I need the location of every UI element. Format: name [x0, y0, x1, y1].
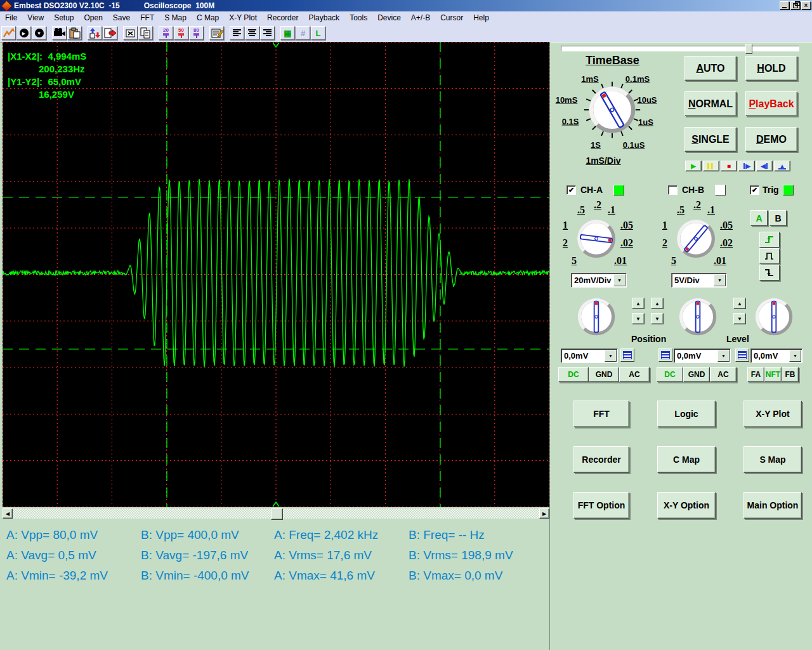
chb-ac-button[interactable]: AC [710, 367, 737, 382]
cha-gain-knob[interactable] [572, 215, 620, 263]
level-value-select[interactable]: 0,0mV ▼ [750, 348, 802, 363]
menu-tools[interactable]: Tools [344, 12, 372, 23]
trig-level-knob[interactable] [750, 293, 797, 340]
delete-button[interactable] [123, 26, 138, 40]
hold-button[interactable]: HOLD [745, 56, 797, 81]
probe-20-button[interactable]: 20 [159, 26, 173, 40]
play-button[interactable]: ▶ [685, 161, 702, 171]
c-map-button[interactable]: C Map [657, 446, 716, 473]
logic-button[interactable]: Logic [657, 401, 716, 427]
chevron-down-icon[interactable]: ▼ [605, 350, 617, 362]
menu-recorder[interactable]: Recorder [262, 12, 303, 23]
xy-plot-button[interactable]: X-Y Plot [743, 401, 802, 427]
menu-setup[interactable]: Setup [49, 12, 79, 23]
normal-button[interactable]: NORMAL [684, 91, 737, 116]
pos-b-list-button[interactable] [658, 348, 672, 362]
chb-position-knob[interactable] [674, 293, 721, 340]
align-left-button[interactable] [230, 26, 244, 40]
chb-gnd-button[interactable]: GND [683, 367, 710, 382]
l-marker-button[interactable]: L [311, 26, 325, 40]
menu-view[interactable]: View [22, 12, 49, 23]
align-right-button[interactable] [260, 26, 275, 40]
play-circle-button[interactable]: ▶ [16, 26, 31, 40]
close-button[interactable]: × [801, 1, 811, 10]
copy-button[interactable] [138, 26, 153, 40]
cha-ac-button[interactable]: AC [619, 367, 650, 382]
scope-display[interactable]: |X1-X2|: 4,994mS 200,233Hz |Y1-Y2|: 65,0… [3, 42, 549, 507]
trig-fb-button[interactable]: FB [782, 367, 799, 382]
recorder-button[interactable]: Recorder [573, 446, 629, 473]
auto-button[interactable]: AUTO [684, 56, 737, 81]
trig-fa-button[interactable]: FA [747, 367, 764, 382]
trig-source-a-button[interactable]: A [750, 210, 768, 226]
restore-button[interactable] [790, 1, 800, 10]
menu-playback[interactable]: Playback [303, 12, 344, 23]
chevron-down-icon[interactable]: ▼ [789, 350, 801, 362]
playback-button[interactable]: PlayBack [745, 91, 797, 116]
step-back-button[interactable]: ◀ [756, 161, 773, 171]
pos-b-down-button[interactable]: ▼ [651, 313, 664, 324]
fft-button[interactable]: FFT [573, 401, 629, 427]
pos-b-up-button[interactable]: ▲ [651, 298, 664, 309]
probe-80-button[interactable]: 80 [189, 26, 204, 40]
s-map-button[interactable]: S Map [743, 446, 802, 473]
step-forward-button[interactable]: ▶ [738, 161, 755, 171]
menu-fft[interactable]: FFT [135, 12, 159, 23]
trig-checkbox[interactable]: ✔ [750, 185, 759, 195]
trig-source-b-button[interactable]: B [769, 210, 787, 226]
pos-a-up-button[interactable]: ▲ [632, 298, 645, 309]
demo-button[interactable]: DEMO [745, 127, 797, 152]
chb-gain-knob[interactable] [672, 215, 720, 263]
main-option-button[interactable]: Main Option [743, 492, 802, 519]
menu-s-map[interactable]: S Map [159, 12, 192, 23]
grid-green-button[interactable]: ▦ [280, 26, 295, 40]
menu-file[interactable]: File [0, 12, 22, 23]
menu-open[interactable]: Open [79, 12, 108, 23]
camera-button[interactable] [52, 26, 67, 40]
cha-dc-button[interactable]: DC [558, 367, 589, 382]
minimize-button[interactable] [780, 1, 789, 10]
waveform-button[interactable] [1, 26, 16, 40]
menu-cursor[interactable]: Cursor [435, 12, 468, 23]
chevron-down-icon[interactable]: ▼ [717, 350, 730, 362]
scope-scrollbar[interactable]: ◀ ▶ [3, 508, 549, 519]
chb-dc-button[interactable]: DC [657, 367, 683, 382]
scrollbar-right-button[interactable]: ▶ [539, 508, 549, 519]
xy-option-button[interactable]: X-Y Option [657, 492, 716, 519]
eject-button[interactable]: ▲ [774, 161, 790, 171]
trig-rising-edge-button[interactable] [759, 232, 780, 248]
pos-b-value-select[interactable]: 0,0mV ▼ [674, 348, 731, 363]
chevron-down-icon[interactable]: ▼ [714, 274, 726, 286]
panel-slider-thumb[interactable] [745, 44, 752, 54]
menu-c-map[interactable]: C Map [192, 12, 224, 23]
pause-button[interactable]: ▌▌ [703, 161, 719, 171]
stop-button[interactable]: ■ [721, 161, 737, 171]
scrollbar-left-button[interactable]: ◀ [3, 508, 13, 519]
level-up-button[interactable]: ▲ [733, 298, 746, 309]
timebase-knob[interactable] [583, 81, 641, 139]
menu-x-y-plot[interactable]: X-Y Plot [224, 12, 262, 23]
paste-button[interactable] [67, 26, 82, 40]
export-button[interactable] [103, 26, 117, 40]
download-circle-button[interactable]: ▼ [32, 26, 46, 40]
align-center-button[interactable] [245, 26, 259, 40]
pos-a-list-button[interactable] [620, 348, 634, 362]
fft-option-button[interactable]: FFT Option [573, 492, 629, 519]
panel-slider[interactable] [561, 46, 799, 51]
menu-a-b[interactable]: A+/-B [406, 12, 435, 23]
scrollbar-thumb[interactable] [271, 508, 283, 520]
cha-gnd-button[interactable]: GND [589, 367, 619, 382]
level-list-button[interactable] [735, 348, 749, 362]
chb-checkbox[interactable] [668, 185, 678, 195]
chb-vdiv-select[interactable]: 5V/Div ▼ [671, 273, 727, 288]
menu-save[interactable]: Save [108, 12, 135, 23]
menu-device[interactable]: Device [372, 12, 406, 23]
cha-vdiv-select[interactable]: 20mV/Div ▼ [571, 273, 627, 288]
menu-help[interactable]: Help [468, 12, 494, 23]
level-down-button[interactable]: ▼ [733, 313, 746, 324]
pos-a-value-select[interactable]: 0,0mV ▼ [561, 348, 618, 363]
properties-button[interactable] [209, 26, 224, 40]
cha-position-knob[interactable] [573, 293, 620, 340]
scope-plot[interactable] [3, 42, 549, 507]
trig-falling-edge-button[interactable] [759, 265, 780, 281]
